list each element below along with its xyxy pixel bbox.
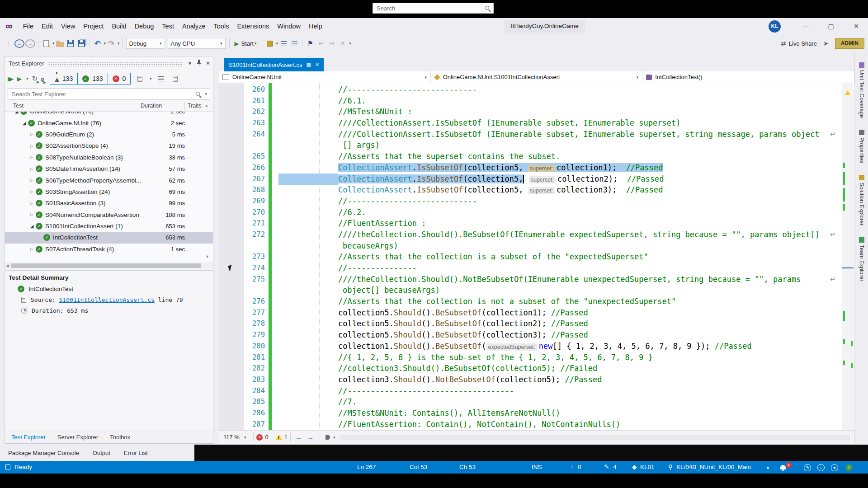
navigate-backward-icon[interactable]: ←: [296, 433, 302, 441]
test-tree-row[interactable]: ▷✓S08TypeNullableBoolean (3)38 ms: [5, 152, 213, 163]
code-text[interactable]: //------------------------------------: [338, 385, 854, 397]
repository-icon[interactable]: ◆: [632, 461, 637, 474]
menu-item-file[interactable]: File: [19, 20, 38, 32]
group-by-icon[interactable]: [158, 76, 164, 81]
test-tree-row[interactable]: ▷✓S06TypeMethodPropertyAssembl...62 ms: [5, 174, 213, 186]
menu-item-extensions[interactable]: Extensions: [233, 20, 273, 32]
code-text[interactable]: //FluentAssertion: Contain(), NotContain…: [338, 419, 854, 430]
chevron-down-icon[interactable]: ▾: [104, 41, 106, 46]
expander-icon[interactable]: ◢: [13, 112, 20, 114]
column-duration[interactable]: Duration: [141, 103, 162, 109]
code-text[interactable]: ////CollectionAssert.IsSubsetOf (IEnumer…: [338, 129, 854, 140]
chevron-down-icon[interactable]: ▾: [52, 41, 55, 46]
breadcrumb-onlinegame-nunit-s1001intcollectionassert[interactable]: OnlineGame.NUnit.S1001IntCollectionAsser…: [431, 71, 643, 83]
navigate-back-button[interactable]: ←: [14, 39, 24, 48]
code-text[interactable]: collection5.Should().BeSubsetOf(collecti…: [338, 307, 854, 319]
document-tab[interactable]: S1001IntCollectionAssert.cs ▩ ✕: [224, 58, 324, 71]
live-share-button[interactable]: ⇄ Live Share: [781, 40, 817, 47]
warning-count[interactable]: 1: [284, 434, 288, 441]
expander-icon[interactable]: ◢: [28, 224, 36, 229]
pin-icon[interactable]: [195, 59, 203, 67]
code-text[interactable]: //---------------: [338, 263, 854, 274]
autohide-tab-output[interactable]: Output: [93, 450, 110, 456]
status-insert-mode[interactable]: INS: [532, 461, 542, 474]
menu-item-debug[interactable]: Debug: [131, 20, 158, 32]
close-button[interactable]: ✕: [846, 18, 866, 34]
vertical-scrollbar[interactable]: [842, 83, 854, 430]
error-icon[interactable]: ✕: [256, 434, 263, 441]
code-text[interactable]: //Asserts that the collection is a subse…: [338, 251, 854, 263]
navigate-forward-icon[interactable]: →: [307, 433, 314, 441]
new-project-icon[interactable]: ★: [43, 40, 49, 47]
configuration-dropdown[interactable]: Debug ▾: [126, 38, 165, 49]
menu-item-build[interactable]: Build: [108, 20, 130, 32]
tree-horizontal-scrollbar[interactable]: ◀: [5, 263, 213, 269]
breadcrumb-intcollectiontest[interactable]: IntCollectionTest(): [642, 71, 854, 83]
search-icon[interactable]: [485, 6, 489, 10]
feedback-icon[interactable]: ✎: [804, 461, 811, 474]
menu-item-test[interactable]: Test: [158, 20, 178, 32]
code-text[interactable]: //7.: [338, 396, 854, 408]
side-tab-properties[interactable]: Properties: [859, 130, 865, 163]
open-file-icon[interactable]: [56, 42, 64, 47]
test-tree-row[interactable]: ▷✓S04NumericIComparableAssertion188 ms: [5, 209, 213, 221]
test-explorer-search-box[interactable]: ▾: [8, 88, 210, 100]
code-text[interactable]: collection5.Should().BeSubsetOf(collecti…: [338, 329, 854, 341]
cancel-run-icon[interactable]: ✕▶: [41, 75, 44, 83]
branch-name[interactable]: KL/04B_NUnit_KL/00_Main: [676, 461, 751, 474]
test-tree-row[interactable]: ◢✓S1001IntCollectionAssert (1)653 ms: [5, 221, 213, 232]
menu-item-project[interactable]: Project: [79, 20, 108, 32]
expander-icon[interactable]: ▷: [28, 212, 36, 217]
column-test[interactable]: Test: [13, 103, 24, 109]
code-text[interactable]: becauseArgs): [343, 240, 854, 252]
test-tree-row[interactable]: ▷✓S02AssertionScope (4)19 ms: [5, 140, 213, 151]
expander-icon[interactable]: ▷: [28, 167, 36, 171]
run-tests-icon[interactable]: ▶: [17, 75, 22, 82]
panel-tab-toolbox[interactable]: Toolbox: [110, 434, 130, 441]
comment-icon[interactable]: [292, 41, 297, 46]
start-debug-button[interactable]: ▶ Start ▾: [235, 40, 257, 47]
panel-tab-server-explorer[interactable]: Server Explorer: [57, 434, 98, 441]
menu-item-tools[interactable]: Tools: [210, 20, 233, 32]
test-tree-row[interactable]: ▷✓S05DateTimeAssertion (14)57 ms: [5, 163, 213, 174]
test-tree-row[interactable]: ▷✓S09GuidEnum (2)5 ms: [5, 129, 213, 140]
chevron-down-icon[interactable]: ▾: [26, 76, 28, 81]
test-tree-row[interactable]: ▷✓S07ActionThreadTask (4)1 sec: [5, 244, 213, 255]
test-tree-row[interactable]: ▷✓S01BasicAssertion (3)99 ms: [5, 197, 213, 209]
pin-icon[interactable]: ▩: [307, 62, 311, 68]
code-area[interactable]: 260//----------------------------261//6.…: [219, 83, 854, 430]
code-text[interactable]: //6.1.: [338, 95, 854, 107]
close-icon[interactable]: ✕: [204, 60, 212, 66]
undo-icon[interactable]: ↶: [93, 38, 103, 49]
code-text[interactable]: //MSTest&NUnit: Contains(), AllItemsAreN…: [338, 408, 854, 419]
code-text[interactable]: //Asserts that the collection is not a s…: [338, 296, 854, 307]
status-column[interactable]: Col 53: [410, 461, 427, 474]
next-bookmark-icon[interactable]: ↪: [327, 38, 337, 49]
repository-name[interactable]: KL01: [640, 461, 655, 474]
chevron-down-icon[interactable]: ▾: [205, 92, 207, 96]
code-text[interactable]: collection1.Should().BeSubsetOf(expected…: [338, 341, 854, 353]
passed-tests-counter[interactable]: ✓ 133: [78, 73, 108, 84]
global-search-input[interactable]: [373, 5, 481, 12]
find-in-files-icon[interactable]: [281, 41, 287, 46]
code-text[interactable]: object[] becauseArgs): [343, 285, 854, 296]
search-icon[interactable]: [196, 92, 200, 96]
status-character[interactable]: Ch 53: [459, 461, 476, 474]
scroll-down-icon[interactable]: ▼: [205, 254, 209, 259]
maximize-button[interactable]: ▢: [821, 18, 841, 34]
failed-tests-counter[interactable]: ✕ 0: [108, 73, 131, 84]
code-text[interactable]: //FluentAssertion :: [338, 218, 854, 229]
pending-edits-count[interactable]: 4: [613, 461, 617, 474]
incoming-commits-count[interactable]: 0: [578, 461, 581, 474]
bookmark-icon[interactable]: ⚑: [305, 38, 315, 49]
minimize-button[interactable]: —: [796, 18, 816, 34]
save-all-icon[interactable]: [78, 40, 85, 47]
pending-edits-icon[interactable]: ✎: [604, 461, 609, 474]
test-tree-row[interactable]: ◢✓OnlineGame.NUnit (76)2 sec: [5, 117, 213, 128]
code-text[interactable]: [] args): [343, 140, 854, 151]
chevron-down-icon[interactable]: ▾: [118, 41, 120, 46]
feedback-icon[interactable]: ➤: [823, 40, 829, 47]
menu-item-view[interactable]: View: [57, 20, 79, 32]
warning-icon[interactable]: [276, 435, 282, 440]
options-icon[interactable]: [173, 76, 178, 82]
